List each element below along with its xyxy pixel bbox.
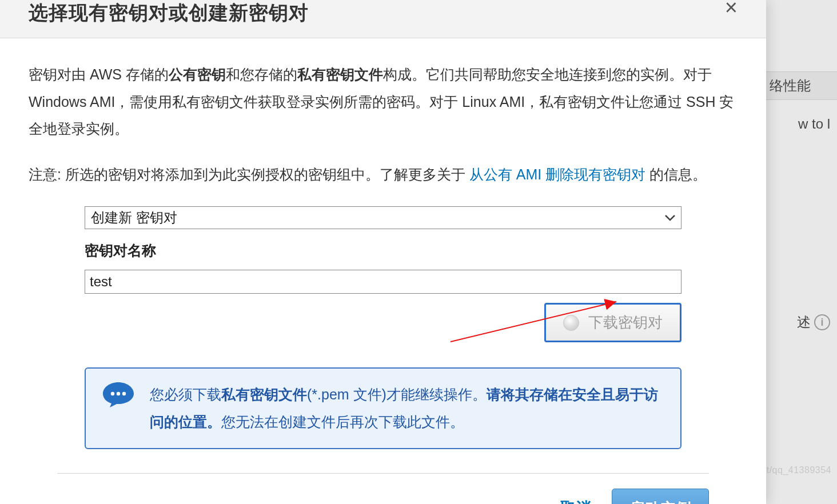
info-text: 您必须下载私有密钥文件(*.pem 文件)才能继续操作。请将其存储在安全且易于访… [150,381,664,435]
dialog-title: 选择现有密钥对或创建新密钥对 [29,0,309,26]
desc-bold-private: 私有密钥文件 [297,66,383,82]
info-alert: 您必须下载私有密钥文件(*.pem 文件)才能继续操作。请将其存储在安全且易于访… [85,367,681,449]
info-t1: 您必须下载 [150,386,221,402]
bg-indicator-label: 述 [797,313,811,331]
info-t3: 您无法在创建文件后再次下载此文件。 [221,414,464,430]
info-b1: 私有密钥文件 [221,386,307,402]
note-paragraph: 注意: 所选的密钥对将添加到为此实例授权的密钥组中。了解更多关于 从公有 AMI… [29,161,738,189]
close-icon[interactable]: × [725,0,738,18]
info-icon: i [814,314,830,330]
dialog-header: 选择现有密钥对或创建新密钥对 × [0,0,766,38]
note-suffix: 的信息。 [645,166,707,182]
chevron-down-icon [665,208,675,227]
background-panel: 络性能 w to l 述 i [763,0,837,504]
description-paragraph: 密钥对由 AWS 存储的公有密钥和您存储的私有密钥文件构成。它们共同帮助您安全地… [29,61,738,143]
note-prefix: 注意: 所选的密钥对将添加到为此实例授权的密钥组中。了解更多关于 [29,166,469,182]
keypair-option-select[interactable]: 创建新 密钥对 [85,206,681,229]
download-keypair-button[interactable]: 下载密钥对 [544,303,681,342]
dialog-body: 密钥对由 AWS 存储的公有密钥和您存储的私有密钥文件构成。它们共同帮助您安全地… [0,38,766,504]
keypair-name-input[interactable] [85,270,681,294]
download-label: 下载密钥对 [588,313,663,333]
bg-row-text: w to l [791,111,837,137]
download-icon [563,315,579,331]
form-area: 创建新 密钥对 密钥对名称 下载密钥对 [29,206,738,342]
launch-instance-button[interactable]: 启动实例 [612,489,709,504]
bg-indicator-row: 述 i [790,309,837,336]
desc-bold-public: 公有密钥 [169,66,226,82]
chat-bubble-icon [102,381,135,409]
keypair-name-label: 密钥对名称 [85,237,681,265]
dialog-footer: 取消 启动实例 [57,473,709,504]
info-t2: (*.pem 文件)才能继续操作。 [307,386,487,402]
svg-point-2 [117,392,120,395]
remove-keypair-link[interactable]: 从公有 AMI 删除现有密钥对 [469,166,645,182]
select-value: 创建新 密钥对 [91,205,177,231]
svg-point-3 [122,392,126,395]
bg-col-header: 络性能 [763,71,837,100]
svg-point-1 [111,392,114,395]
cancel-button[interactable]: 取消 [560,494,591,504]
download-row: 下载密钥对 [85,303,681,342]
desc-text: 和您存储的 [226,66,297,82]
desc-text: 密钥对由 AWS 存储的 [29,66,169,82]
keypair-dialog: 选择现有密钥对或创建新密钥对 × 密钥对由 AWS 存储的公有密钥和您存储的私有… [0,0,766,504]
